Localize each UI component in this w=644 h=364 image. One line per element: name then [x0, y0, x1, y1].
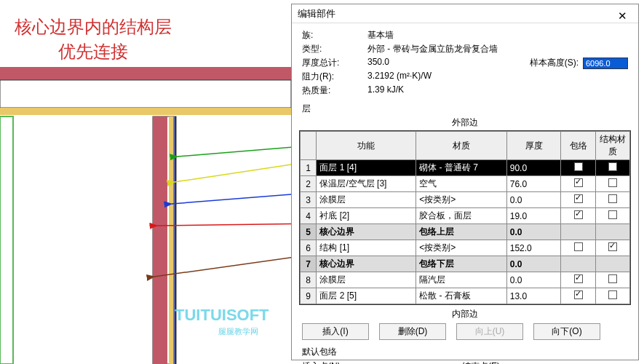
cell-function[interactable]: 衬底 [2] — [317, 208, 416, 224]
cell-thickness[interactable]: 0.0 — [506, 256, 561, 272]
svg-line-15 — [175, 162, 291, 182]
move-up-button[interactable]: 向上(U) — [456, 323, 523, 340]
cell-material[interactable]: <按类别> — [416, 192, 506, 208]
row-index: 7 — [301, 256, 317, 272]
cell-wrap[interactable] — [561, 272, 595, 288]
move-down-button[interactable]: 向下(O) — [533, 323, 600, 340]
cell-thickness[interactable]: 0.0 — [506, 224, 561, 240]
cell-wrap[interactable] — [561, 288, 595, 304]
watermark-main: TUITUISOFT — [175, 306, 269, 325]
cell-struct[interactable] — [595, 256, 629, 272]
cell-wrap[interactable] — [561, 224, 595, 240]
struct-checkbox[interactable] — [608, 178, 617, 187]
table-row[interactable]: 9 面层 2 [5] 松散 - 石膏板 13.0 — [301, 288, 630, 304]
edit-assembly-dialog: 编辑部件 ✕ 族:基本墙 类型:外部 - 带砖与金属立筋龙骨复合墙 厚度总计: … — [291, 4, 639, 360]
row-index: 6 — [301, 240, 317, 256]
row-index: 4 — [301, 208, 317, 224]
cell-thickness[interactable]: 152.0 — [506, 240, 561, 256]
table-row[interactable]: 6 结构 [1] <按类别> 152.0 — [301, 240, 630, 256]
svg-rect-0 — [0, 67, 291, 80]
wrap-checkbox[interactable] — [574, 242, 583, 251]
table-row[interactable]: 1 面层 1 [4] 砌体 - 普通砖 7 90.0 — [301, 160, 630, 176]
cell-struct[interactable] — [595, 224, 629, 240]
table-row[interactable]: 7 核心边界 包络下层 0.0 — [301, 256, 630, 272]
cell-thickness[interactable]: 13.0 — [506, 288, 561, 304]
default-wrap-section: 默认包络 插入点(N): 不包络 ▾ 结束点(E): 无 ▾ — [292, 341, 638, 364]
cell-material[interactable]: 包络下层 — [416, 256, 506, 272]
table-row[interactable]: 5 核心边界 包络上层 0.0 — [301, 224, 630, 240]
svg-rect-5 — [153, 116, 167, 364]
cell-struct[interactable] — [595, 192, 629, 208]
wrap-checkbox[interactable] — [574, 194, 583, 203]
cell-function[interactable]: 保温层/空气层 [3] — [317, 176, 416, 192]
cell-wrap[interactable] — [561, 240, 595, 256]
svg-rect-7 — [173, 116, 175, 364]
cell-function[interactable]: 核心边界 — [317, 256, 416, 272]
cell-wrap[interactable] — [561, 192, 595, 208]
cell-function[interactable]: 核心边界 — [317, 224, 416, 240]
wrap-checkbox[interactable] — [574, 290, 583, 299]
cell-struct[interactable] — [595, 288, 629, 304]
resistance-label: 阻力(R): — [302, 71, 367, 83]
cell-struct[interactable] — [595, 208, 629, 224]
cell-function[interactable]: 结构 [1] — [317, 240, 416, 256]
table-row[interactable]: 8 涂膜层 隔汽层 0.0 — [301, 272, 630, 288]
cell-struct[interactable] — [595, 176, 629, 192]
struct-checkbox[interactable] — [608, 242, 617, 251]
struct-checkbox[interactable] — [608, 210, 617, 219]
cell-material[interactable]: 砌体 - 普通砖 7 — [416, 160, 506, 176]
default-wrap-label: 默认包络 — [302, 346, 628, 358]
cell-material[interactable]: <按类别> — [416, 240, 506, 256]
dialog-titlebar[interactable]: 编辑部件 ✕ — [292, 4, 638, 23]
close-button[interactable]: ✕ — [612, 7, 632, 21]
cell-function[interactable]: 涂膜层 — [317, 272, 416, 288]
thermal-mass-label: 热质量: — [302, 84, 367, 97]
cell-wrap[interactable] — [561, 256, 595, 272]
cell-thickness[interactable]: 0.0 — [506, 272, 561, 288]
delete-button[interactable]: 删除(D) — [379, 323, 446, 340]
cell-material[interactable]: 胶合板，面层 — [416, 208, 506, 224]
layers-table[interactable]: 功能 材质 厚度 包络 结构材质 1 面层 1 [4] 砌体 - 普通砖 7 9… — [300, 131, 630, 304]
type-value: 外部 - 带砖与金属立筋龙骨复合墙 — [367, 43, 628, 55]
insert-button[interactable]: 插入(I) — [302, 323, 369, 340]
col-struct: 结构材质 — [595, 132, 629, 160]
wrap-checkbox[interactable] — [574, 274, 583, 283]
cell-thickness[interactable]: 76.0 — [506, 176, 561, 192]
total-thickness-label: 厚度总计: — [302, 57, 367, 69]
col-material: 材质 — [416, 132, 506, 160]
cell-struct[interactable] — [595, 160, 629, 176]
cell-wrap[interactable] — [561, 160, 595, 176]
struct-checkbox[interactable] — [608, 162, 617, 171]
wrap-checkbox[interactable] — [574, 178, 583, 187]
table-row[interactable]: 2 保温层/空气层 [3] 空气 76.0 — [301, 176, 630, 192]
cell-material[interactable]: 空气 — [416, 176, 506, 192]
cell-thickness[interactable]: 90.0 — [506, 160, 561, 176]
cell-material[interactable]: 包络上层 — [416, 224, 506, 240]
table-row[interactable]: 4 衬底 [2] 胶合板，面层 19.0 — [301, 208, 630, 224]
cell-wrap[interactable] — [561, 208, 595, 224]
annotation-line2: 优先连接 — [15, 39, 172, 64]
cell-wrap[interactable] — [561, 176, 595, 192]
cell-struct[interactable] — [595, 272, 629, 288]
exterior-side-label: 外部边 — [292, 116, 638, 129]
cell-struct[interactable] — [595, 240, 629, 256]
row-index: 2 — [301, 176, 317, 192]
struct-checkbox[interactable] — [608, 290, 617, 299]
struct-checkbox[interactable] — [608, 194, 617, 203]
cell-function[interactable]: 面层 2 [5] — [317, 288, 416, 304]
layer-buttons-row: 插入(I) 删除(D) 向上(U) 向下(O) — [292, 322, 638, 341]
cell-thickness[interactable]: 19.0 — [506, 208, 561, 224]
wrap-checkbox[interactable] — [574, 210, 583, 219]
table-row[interactable]: 3 涂膜层 <按类别> 0.0 — [301, 192, 630, 208]
sample-height-input[interactable] — [583, 58, 628, 69]
struct-checkbox[interactable] — [608, 274, 617, 283]
cell-function[interactable]: 涂膜层 — [317, 192, 416, 208]
cell-thickness[interactable]: 0.0 — [506, 192, 561, 208]
cell-function[interactable]: 面层 1 [4] — [317, 160, 416, 176]
wrap-checkbox[interactable] — [574, 162, 583, 171]
cell-material[interactable]: 松散 - 石膏板 — [416, 288, 506, 304]
cell-material[interactable]: 隔汽层 — [416, 272, 506, 288]
svg-line-16 — [172, 193, 291, 204]
row-index: 1 — [301, 160, 317, 176]
annotation-line1: 核心边界内的结构层 — [15, 15, 172, 39]
